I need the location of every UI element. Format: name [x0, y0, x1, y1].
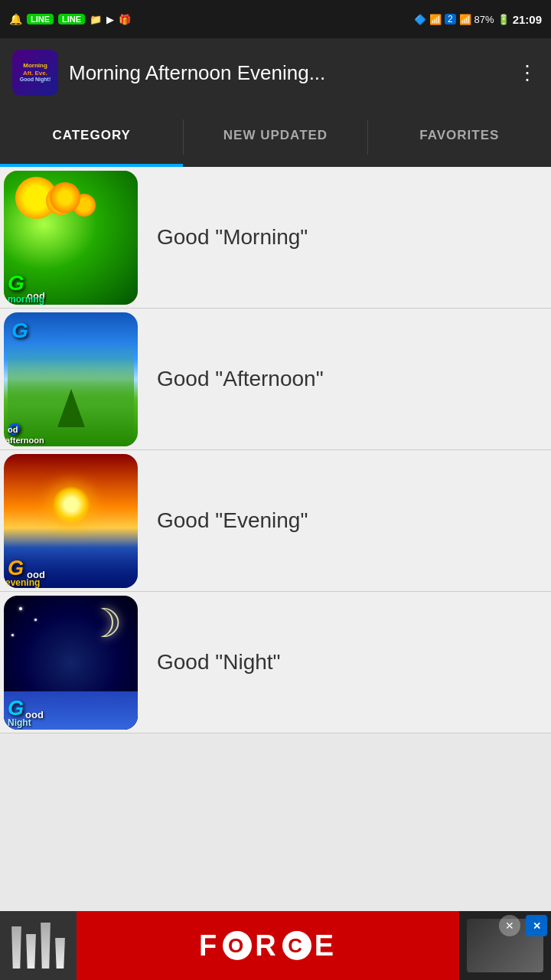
force-r: R: [255, 929, 279, 962]
category-item-afternoon[interactable]: G o od afternoon Good "Afternoon": [0, 309, 551, 450]
ad-force-text: F O R C E: [199, 929, 337, 962]
ad-close-button[interactable]: ✕: [499, 915, 520, 936]
ad-center: F O R C E: [77, 911, 459, 980]
category-label-evening: Good "Evening": [142, 508, 551, 533]
app-header: Morning Aft. Eve. Good Night! Morning Af…: [0, 38, 551, 107]
signal-icon: 📶: [459, 14, 471, 25]
category-item-evening[interactable]: G ood evening Good "Evening": [0, 450, 551, 592]
force-c: C: [282, 931, 311, 960]
tab-new-updated[interactable]: NEW UPDATED: [184, 107, 367, 167]
category-item-night[interactable]: ☽ G ood Night Good "Night": [0, 592, 551, 733]
thumbnail-evening: G ood evening: [4, 454, 138, 588]
category-item-morning[interactable]: G ood morning Good "Morning": [0, 167, 551, 309]
time-display: 21:09: [513, 13, 542, 26]
thumbnail-morning: G ood morning: [4, 171, 138, 305]
category-label-afternoon: Good "Afternoon": [142, 367, 551, 391]
gift-icon: 🎁: [119, 14, 131, 25]
status-icons-right: 🔷 📶 2 📶 87% 🔋 21:09: [414, 13, 542, 26]
app-title: Morning Afternoon Evening...: [69, 61, 325, 85]
header-menu-button[interactable]: ⋮: [517, 61, 539, 85]
category-label-night: Good "Night": [142, 650, 551, 675]
app-icon-inner: Morning Aft. Eve. Good Night!: [12, 50, 58, 96]
force-e: E: [315, 929, 337, 962]
tab-bar: CATEGORY NEW UPDATED FAVORITES: [0, 107, 551, 167]
battery-text: 87%: [474, 14, 494, 25]
category-label-morning: Good "Morning": [142, 225, 551, 250]
sim-badge: 2: [445, 14, 456, 24]
thumbnail-night: ☽ G ood Night: [4, 596, 138, 730]
battery-icon: 🔋: [497, 14, 510, 25]
youtube-icon: ▶: [106, 14, 114, 25]
category-list: G ood morning Good "Morning" G o od afte…: [0, 167, 551, 733]
ad-banner: F O R C E ✕ ✕: [0, 911, 551, 980]
header-left: Morning Aft. Eve. Good Night! Morning Af…: [12, 50, 325, 96]
line-icon: LINE: [27, 14, 54, 24]
thumbnail-afternoon: G o od afternoon: [4, 312, 138, 446]
force-o: O: [223, 931, 252, 960]
bluetooth-icon: 🔷: [414, 14, 426, 25]
wifi-icon: 📶: [429, 14, 442, 25]
tab-favorites[interactable]: FAVORITES: [368, 107, 551, 167]
folder-icon: 📁: [90, 14, 102, 25]
ad-image-left: [0, 911, 77, 980]
app-icon: Morning Aft. Eve. Good Night!: [12, 50, 58, 96]
status-icons-left: 🔔 LINE LINE 📁 ▶ 🎁: [9, 13, 131, 25]
ad-x-button[interactable]: ✕: [526, 915, 547, 936]
force-f: F: [199, 929, 220, 962]
thumb-morning-bg: G ood morning: [4, 171, 138, 305]
line2-icon: LINE: [58, 14, 85, 24]
notification-icon: 🔔: [9, 13, 22, 25]
status-bar: 🔔 LINE LINE 📁 ▶ 🎁 🔷 📶 2 📶 87% 🔋 21:09: [0, 0, 551, 38]
tab-category[interactable]: CATEGORY: [0, 107, 183, 167]
